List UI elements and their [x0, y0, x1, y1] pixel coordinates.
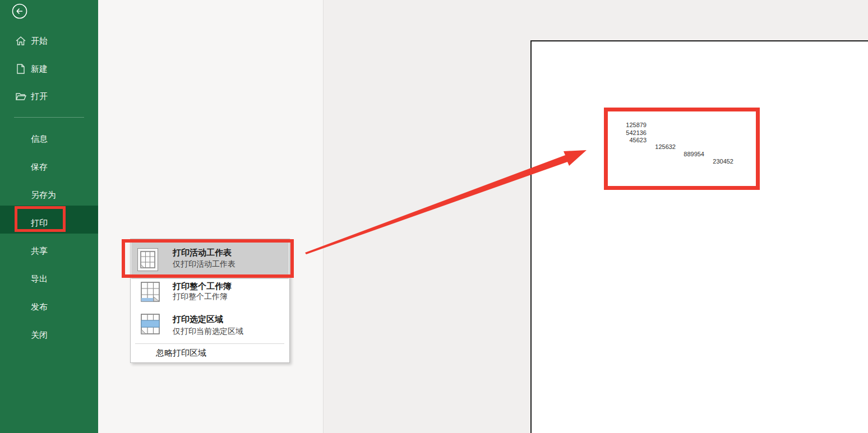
sidebar-item-label: 开始	[31, 36, 48, 46]
preview-cell-value: 889954	[676, 151, 704, 157]
home-icon	[15, 35, 26, 46]
menu-separator	[135, 343, 284, 344]
menu-item-ignore-print-area[interactable]: 忽略打印区域	[156, 348, 206, 358]
menu-item-title: 打印选定区域	[173, 314, 223, 325]
sidebar-item-label: 导出	[31, 274, 48, 285]
sidebar-item-label: 关闭	[31, 330, 48, 341]
sidebar-item-export[interactable]: 导出	[0, 271, 98, 288]
menu-item-title: 打印整个工作簿	[173, 281, 232, 292]
sidebar-divider	[14, 117, 84, 118]
sidebar-item-label: 保存	[31, 162, 48, 173]
active-sheet-icon	[137, 248, 158, 271]
backstage-sidebar: 开始 新建 打开 信息 保存 另存为 打印 共享 导出 发布 关闭	[0, 0, 98, 433]
preview-cell-value: 125879	[618, 122, 647, 128]
sidebar-item-open[interactable]: 打开	[0, 89, 98, 105]
menu-item-subtitle: 打印整个工作簿	[173, 292, 228, 302]
sidebar-item-info[interactable]: 信息	[0, 131, 98, 148]
sidebar-item-label: 另存为	[31, 190, 56, 201]
print-preview-page	[530, 40, 868, 433]
preview-cell-value: 542136	[618, 129, 647, 136]
menu-item-print-active-sheets[interactable]: 打印活动工作表 仅打印活动工作表	[131, 241, 289, 279]
sidebar-item-home[interactable]: 开始	[0, 33, 98, 50]
sidebar-item-close[interactable]: 关闭	[0, 327, 98, 344]
menu-item-print-workbook[interactable]: 打印整个工作簿 打印整个工作簿	[131, 279, 289, 310]
print-what-menu: 打印活动工作表 仅打印活动工作表 打印整个工作簿 打印整个工作簿 打印选定区域	[130, 239, 290, 363]
new-document-icon	[15, 63, 26, 75]
sidebar-item-label: 打印	[31, 218, 48, 229]
preview-cell-value: 45623	[618, 137, 647, 143]
selection-icon	[141, 314, 160, 337]
sidebar-item-print[interactable]: 打印	[0, 215, 98, 232]
sidebar-item-save[interactable]: 保存	[0, 159, 98, 176]
sidebar-item-label: 共享	[31, 246, 48, 257]
panel-divider	[323, 0, 324, 433]
preview-cell-value: 230452	[705, 158, 733, 165]
menu-item-title: 打印活动工作表	[173, 248, 232, 258]
preview-cell-value: 125632	[648, 143, 676, 150]
sidebar-item-save-as[interactable]: 另存为	[0, 187, 98, 204]
sidebar-item-label: 新建	[31, 64, 48, 75]
menu-item-subtitle: 仅打印活动工作表	[173, 259, 236, 269]
menu-item-subtitle: 仅打印当前选定区域	[173, 327, 243, 337]
sidebar-item-new[interactable]: 新建	[0, 61, 98, 78]
sidebar-item-label: 信息	[31, 134, 48, 145]
workbook-icon	[141, 282, 160, 305]
menu-item-print-selection[interactable]: 打印选定区域 仅打印当前选定区域	[131, 311, 289, 343]
back-button[interactable]	[11, 3, 28, 20]
sidebar-item-label: 打开	[31, 91, 48, 102]
sidebar-item-label: 发布	[31, 302, 48, 313]
print-settings-panel	[98, 0, 324, 433]
sidebar-item-publish[interactable]: 发布	[0, 299, 98, 316]
sidebar-item-share[interactable]: 共享	[0, 243, 98, 260]
open-folder-icon	[15, 91, 26, 102]
